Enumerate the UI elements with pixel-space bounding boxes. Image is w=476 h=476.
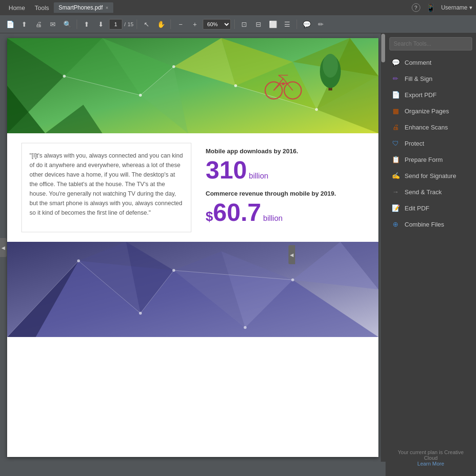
sidebar-item-combine-files[interactable]: ⊕Combine Files — [386, 216, 476, 232]
sidebar-search-input[interactable] — [389, 37, 472, 50]
mobile-icon[interactable]: 📱 — [426, 3, 436, 12]
organize-pages-label: Organize Pages — [405, 108, 449, 115]
toolbar: 📄 ⬆ 🖨 ✉ 🔍 ⬆ ⬇ / 15 ↖ ✋ − + 60% 75% 100% … — [0, 15, 476, 33]
learn-more-link[interactable]: Learn More — [417, 461, 444, 466]
upload-icon[interactable]: ⬆ — [18, 18, 30, 30]
send-signature-icon: ✍ — [391, 171, 400, 180]
draw-icon[interactable]: ✏ — [315, 18, 327, 30]
right-panel-toggle[interactable]: ◀ — [288, 245, 295, 264]
main-area: ◀ — [0, 33, 476, 476]
stat-1-unit: billion — [249, 172, 268, 180]
protect-icon: 🛡 — [391, 139, 400, 148]
zoom-in-icon[interactable]: + — [188, 18, 201, 30]
header-svg — [7, 38, 378, 133]
stat-2-number: 60.7 — [213, 200, 261, 225]
sidebar-items: 💬Comment✏Fill & Sign📄Export PDF▦Organize… — [386, 54, 476, 232]
page-total: 15 — [128, 21, 133, 27]
separator-4 — [234, 20, 235, 29]
svg-point-48 — [244, 326, 247, 329]
stat-1-label: Mobile app downloads by 2016. — [206, 148, 359, 155]
export-pdf-icon: 📄 — [391, 90, 400, 99]
comment-icon: 💬 — [391, 58, 400, 67]
enhance-scans-icon: 🖨 — [391, 123, 400, 131]
vertical-scrollbar[interactable] — [381, 33, 386, 462]
sidebar-item-fill-sign[interactable]: ✏Fill & Sign — [386, 70, 476, 87]
next-page-icon[interactable]: ⬇ — [95, 18, 107, 30]
fit-page-icon[interactable]: ⊡ — [238, 18, 250, 30]
svg-point-33 — [323, 54, 338, 78]
stat-2-prefix: $ — [206, 209, 213, 224]
sidebar-item-send-track[interactable]: →Send & Track — [386, 184, 476, 200]
prev-page-icon[interactable]: ⬆ — [80, 18, 93, 30]
view-mode-icon[interactable]: ⬜ — [267, 18, 279, 30]
pdf-quote-section: "[I]t's always with you, always connecte… — [21, 143, 191, 232]
organize-pages-icon: ▦ — [391, 107, 400, 115]
edit-pdf-icon: 📝 — [391, 204, 400, 212]
sidebar-item-prepare-form[interactable]: 📋Prepare Form — [386, 151, 476, 168]
right-controls: ? 📱 Username ▾ — [412, 3, 472, 12]
stat-1-number: 310 — [206, 158, 247, 182]
sidebar-item-edit-pdf[interactable]: 📝Edit PDF — [386, 200, 476, 216]
sidebar-footer: Your current plan is Creative Cloud Lear… — [386, 444, 476, 472]
svg-point-30 — [282, 82, 285, 85]
scrolling-icon[interactable]: ☰ — [281, 18, 293, 30]
comment-label: Comment — [405, 59, 431, 66]
pdf-page: "[I]t's always with you, always connecte… — [7, 38, 378, 457]
comment-icon[interactable]: 💬 — [300, 18, 313, 30]
pdf-tab[interactable]: SmartPhones.pdf × — [54, 2, 113, 13]
hand-tool-icon[interactable]: ✋ — [155, 18, 167, 30]
protect-label: Protect — [405, 140, 424, 147]
fill-sign-label: Fill & Sign — [405, 75, 433, 82]
plan-text: Your current plan is Creative Cloud — [391, 449, 470, 461]
username-dropdown-icon: ▾ — [469, 4, 472, 11]
username-label: Username — [441, 4, 467, 11]
sidebar-item-enhance-scans[interactable]: 🖨Enhance Scans — [386, 119, 476, 135]
zoom-out-icon[interactable]: − — [174, 18, 187, 30]
prepare-form-label: Prepare Form — [405, 156, 443, 163]
menu-home[interactable]: Home — [4, 2, 30, 13]
help-icon[interactable]: ? — [412, 3, 420, 12]
separator-5 — [297, 20, 297, 29]
stat-2-label: Commerce revenue through mobile by 2019. — [206, 190, 359, 197]
send-track-label: Send & Track — [405, 188, 442, 196]
fit-width-icon[interactable]: ⊟ — [252, 18, 265, 30]
pdf-quote-text: "[I]t's always with you, always connecte… — [30, 151, 183, 218]
scrollbar-thumb[interactable] — [381, 34, 385, 62]
pdf-stats-section: Mobile app downloads by 2016. 310 billio… — [201, 143, 364, 232]
sidebar-item-send-signature[interactable]: ✍Send for Signature — [386, 168, 476, 184]
pdf-viewer[interactable]: ◀ — [0, 33, 386, 462]
bottom-svg — [7, 242, 378, 337]
new-file-icon[interactable]: 📄 — [4, 18, 16, 30]
sidebar-item-organize-pages[interactable]: ▦Organize Pages — [386, 103, 476, 119]
pdf-viewer-wrapper: ◀ — [0, 33, 386, 476]
pdf-bottom-image — [7, 242, 378, 337]
cursor-tool-icon[interactable]: ↖ — [140, 18, 153, 30]
edit-pdf-label: Edit PDF — [405, 205, 429, 212]
print-icon[interactable]: 🖨 — [32, 18, 45, 30]
sidebar-item-protect[interactable]: 🛡Protect — [386, 135, 476, 151]
stat-2-unit: billion — [263, 214, 283, 223]
export-pdf-label: Export PDF — [405, 91, 436, 99]
send-signature-label: Send for Signature — [405, 172, 456, 179]
left-panel-toggle[interactable]: ◀ — [0, 238, 7, 257]
username-menu[interactable]: Username ▾ — [441, 4, 472, 11]
sidebar-item-comment[interactable]: 💬Comment — [386, 54, 476, 70]
page-separator: / — [124, 21, 126, 27]
enhance-scans-label: Enhance Scans — [405, 124, 448, 131]
separator-1 — [77, 20, 77, 29]
page-number-input[interactable] — [109, 19, 122, 30]
sidebar-item-export-pdf[interactable]: 📄Export PDF — [386, 87, 476, 103]
tools-sidebar: 💬Comment✏Fill & Sign📄Export PDF▦Organize… — [386, 33, 476, 476]
email-icon[interactable]: ✉ — [47, 18, 59, 30]
menu-tools[interactable]: Tools — [30, 2, 54, 13]
search-icon[interactable]: 🔍 — [61, 18, 73, 30]
fill-sign-icon: ✏ — [391, 74, 400, 83]
tab-filename: SmartPhones.pdf — [59, 4, 103, 11]
send-track-icon: → — [391, 188, 400, 196]
pdf-content: "[I]t's always with you, always connecte… — [7, 133, 378, 242]
separator-2 — [137, 20, 137, 29]
combine-files-label: Combine Files — [405, 221, 444, 228]
zoom-select[interactable]: 60% 75% 100% 125% 150% — [203, 19, 231, 30]
tab-close-button[interactable]: × — [106, 5, 109, 10]
pdf-header-image — [7, 38, 378, 133]
